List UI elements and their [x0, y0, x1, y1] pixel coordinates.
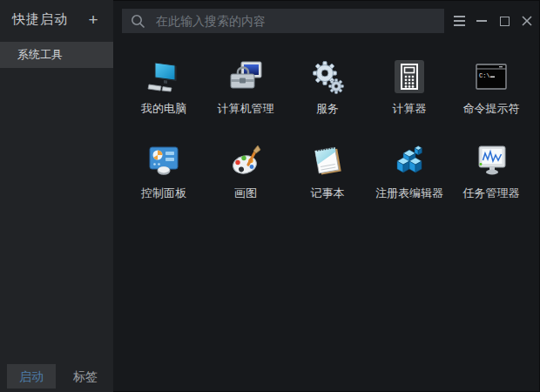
app-label: 我的电脑 — [123, 101, 205, 117]
app-item-control-panel[interactable]: 控制面板 — [123, 139, 205, 224]
app-label: 服务 — [287, 101, 368, 117]
app-item-command-prompt[interactable]: C:\ 命令提示符 — [450, 55, 532, 139]
app-title: 快捷启动 — [12, 11, 68, 28]
minimize-button[interactable] — [474, 13, 489, 29]
app-item-services[interactable]: 服务 — [287, 55, 368, 139]
app-label: 控制面板 — [123, 186, 205, 201]
app-label: 计算器 — [368, 101, 450, 117]
menu-button[interactable] — [451, 13, 467, 29]
app-window: 快捷启动 + 系统工具 启动 标签 — [0, 0, 540, 392]
minimize-icon — [476, 20, 487, 22]
sidebar-list: 系统工具 — [0, 42, 113, 68]
my-computer-icon — [145, 57, 183, 96]
computer-management-icon — [226, 57, 265, 96]
control-panel-icon — [145, 142, 183, 180]
sidebar-item-system-tools[interactable]: 系统工具 — [0, 42, 113, 68]
close-icon — [522, 16, 532, 26]
tab-tags[interactable]: 标签 — [61, 364, 110, 389]
sidebar-header: 快捷启动 + — [0, 0, 113, 38]
hamburger-icon — [454, 16, 465, 17]
paint-palette-icon — [226, 142, 265, 180]
app-label: 画图 — [205, 186, 287, 201]
app-item-task-manager[interactable]: 任务管理器 — [450, 139, 532, 224]
app-item-my-computer[interactable]: 我的电脑 — [123, 55, 205, 139]
search-icon — [131, 14, 145, 29]
sidebar-item-label: 系统工具 — [17, 48, 63, 61]
app-item-paint[interactable]: 画图 — [205, 139, 287, 224]
app-item-computer-management[interactable]: 计算机管理 — [205, 55, 287, 139]
add-group-button[interactable]: + — [85, 11, 101, 28]
search-box[interactable] — [122, 9, 444, 33]
app-label: 任务管理器 — [450, 186, 532, 201]
plus-icon: + — [88, 10, 98, 29]
window-controls — [444, 13, 535, 29]
app-label: 注册表编辑器 — [368, 186, 450, 201]
tab-launch[interactable]: 启动 — [7, 364, 56, 389]
sidebar-tabs: 启动 标签 — [7, 364, 110, 389]
app-label: 计算机管理 — [205, 101, 287, 117]
notepad-icon — [308, 142, 347, 180]
topbar — [113, 0, 540, 42]
registry-cubes-icon — [390, 142, 429, 180]
command-prompt-icon: C:\ — [472, 57, 510, 96]
app-item-registry-editor[interactable]: 注册表编辑器 — [368, 139, 450, 224]
calculator-icon — [390, 57, 429, 96]
maximize-icon — [500, 17, 510, 26]
main-area: 我的电脑 — [113, 0, 540, 392]
task-manager-icon — [472, 142, 510, 180]
svg-text:C:\: C:\ — [479, 72, 490, 79]
sidebar: 快捷启动 + 系统工具 启动 标签 — [0, 0, 113, 392]
app-item-calculator[interactable]: 计算器 — [368, 55, 450, 139]
services-gears-icon — [308, 57, 347, 96]
close-button[interactable] — [519, 13, 535, 29]
tab-tags-label: 标签 — [73, 369, 98, 383]
app-label: 命令提示符 — [450, 101, 532, 117]
tab-launch-label: 启动 — [19, 369, 44, 383]
app-grid: 我的电脑 — [113, 42, 540, 224]
search-input[interactable] — [156, 14, 435, 28]
maximize-button[interactable] — [496, 13, 512, 29]
app-item-notepad[interactable]: 记事本 — [287, 139, 368, 224]
app-label: 记事本 — [287, 186, 368, 201]
